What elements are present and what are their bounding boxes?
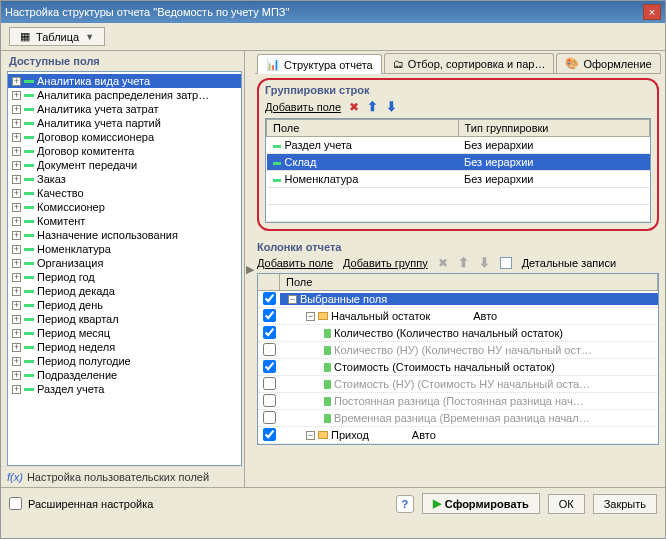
expand-icon[interactable]: +: [12, 133, 21, 142]
close-icon[interactable]: ×: [643, 4, 661, 20]
tree-item[interactable]: +Подразделение: [8, 368, 241, 382]
list-item[interactable]: − Начальный остатокАвто: [258, 308, 658, 325]
table-row[interactable]: НоменклатураБез иерархии: [267, 171, 650, 188]
custom-fields-link[interactable]: f(x) Настройка пользовательских полей: [1, 466, 244, 487]
titlebar: Настройка структуры отчета "Ведомость по…: [1, 1, 665, 23]
tab[interactable]: 📊Структура отчета: [257, 54, 382, 74]
tree-item[interactable]: +Период месяц: [8, 326, 241, 340]
list-item[interactable]: Стоимость (Стоимость начальный остаток): [258, 359, 658, 376]
list-item[interactable]: Количество (Количество приход): [258, 444, 658, 445]
tree-item[interactable]: +Период год: [8, 270, 241, 284]
expand-icon[interactable]: +: [12, 343, 21, 352]
row-checkbox[interactable]: [263, 394, 276, 407]
columns-tree[interactable]: Поле − Выбранные поля− Начальный остаток…: [257, 273, 659, 445]
collapse-icon[interactable]: −: [306, 431, 315, 440]
move-down-icon[interactable]: ⬇: [479, 255, 490, 270]
expand-icon[interactable]: +: [12, 147, 21, 156]
row-checkbox[interactable]: [263, 309, 276, 322]
collapse-icon[interactable]: −: [288, 295, 297, 304]
expand-icon[interactable]: +: [12, 287, 21, 296]
delete-icon[interactable]: ✖: [438, 256, 448, 270]
help-icon[interactable]: ?: [396, 495, 414, 513]
tree-item[interactable]: +Номенклатура: [8, 242, 241, 256]
expand-icon[interactable]: +: [12, 161, 21, 170]
tree-item[interactable]: +Аналитика распределения затр…: [8, 88, 241, 102]
add-field-link[interactable]: Добавить поле: [257, 257, 333, 269]
tree-item[interactable]: +Аналитика учета затрат: [8, 102, 241, 116]
tree-item[interactable]: +Период квартал: [8, 312, 241, 326]
tree-item[interactable]: +Период неделя: [8, 340, 241, 354]
list-item[interactable]: Стоимость (НУ) (Стоимость НУ начальный о…: [258, 376, 658, 393]
list-item[interactable]: Временная разница (Временная разница нач…: [258, 410, 658, 427]
list-item[interactable]: − ПриходАвто: [258, 427, 658, 444]
list-item[interactable]: − Выбранные поля: [258, 291, 658, 308]
row-checkbox[interactable]: [263, 360, 276, 373]
expand-icon[interactable]: +: [12, 175, 21, 184]
expand-icon[interactable]: +: [12, 119, 21, 128]
expand-icon[interactable]: +: [12, 189, 21, 198]
tree-item[interactable]: +Документ передачи: [8, 158, 241, 172]
expand-icon[interactable]: +: [12, 301, 21, 310]
available-fields-tree[interactable]: +Аналитика вида учета+Аналитика распреде…: [7, 71, 242, 466]
row-checkbox[interactable]: [263, 326, 276, 339]
tree-item[interactable]: +Комиссионер: [8, 200, 241, 214]
row-checkbox[interactable]: [263, 411, 276, 424]
expand-icon[interactable]: +: [12, 259, 21, 268]
expand-icon[interactable]: +: [12, 385, 21, 394]
expand-icon[interactable]: +: [12, 231, 21, 240]
expand-icon[interactable]: +: [12, 203, 21, 212]
close-button[interactable]: Закрыть: [593, 494, 657, 514]
tab[interactable]: 🎨Оформление: [556, 53, 660, 73]
expand-icon[interactable]: +: [12, 357, 21, 366]
expand-icon[interactable]: +: [12, 273, 21, 282]
list-item[interactable]: Количество (Количество начальный остаток…: [258, 325, 658, 342]
table-row[interactable]: Раздел учетаБез иерархии: [267, 137, 650, 154]
mode-dropdown[interactable]: ▦ Таблица ▼: [9, 27, 105, 46]
expand-icon[interactable]: +: [12, 77, 21, 86]
ok-button[interactable]: ОК: [548, 494, 585, 514]
tree-item[interactable]: +Качество: [8, 186, 241, 200]
add-field-link[interactable]: Добавить поле: [265, 101, 341, 113]
details-checkbox[interactable]: [500, 257, 512, 269]
move-up-icon[interactable]: ⬆: [367, 99, 378, 114]
tree-item[interactable]: +Период полугодие: [8, 354, 241, 368]
row-checkbox[interactable]: [263, 343, 276, 356]
add-group-link[interactable]: Добавить группу: [343, 257, 428, 269]
row-checkbox[interactable]: [263, 292, 276, 305]
tree-item[interactable]: +Аналитика вида учета: [8, 74, 241, 88]
expand-icon[interactable]: +: [12, 329, 21, 338]
list-item[interactable]: Постоянная разница (Постоянная разница н…: [258, 393, 658, 410]
expand-icon[interactable]: +: [12, 315, 21, 324]
groupings-table[interactable]: Поле Тип группировки Раздел учетаБез иер…: [266, 119, 650, 222]
field-icon: [24, 220, 34, 223]
expand-icon[interactable]: +: [12, 245, 21, 254]
tab[interactable]: 🗂Отбор, сортировка и пар…: [384, 53, 555, 73]
tree-item[interactable]: +Договор комиссионера: [8, 130, 241, 144]
expand-icon[interactable]: +: [12, 371, 21, 380]
expand-icon[interactable]: +: [12, 217, 21, 226]
delete-icon[interactable]: ✖: [349, 100, 359, 114]
row-checkbox[interactable]: [263, 377, 276, 390]
tree-item[interactable]: +Заказ: [8, 172, 241, 186]
row-checkbox[interactable]: [263, 428, 276, 441]
field-icon: [24, 262, 34, 265]
expand-icon[interactable]: +: [12, 91, 21, 100]
tree-item[interactable]: +Раздел учета: [8, 382, 241, 396]
tree-item[interactable]: +Период декада: [8, 284, 241, 298]
splitter[interactable]: ▶: [245, 51, 255, 487]
row-checkbox[interactable]: [263, 445, 276, 446]
tree-item[interactable]: +Аналитика учета партий: [8, 116, 241, 130]
tree-item[interactable]: +Назначение использования: [8, 228, 241, 242]
collapse-icon[interactable]: −: [306, 312, 315, 321]
generate-button[interactable]: ▶ Сформировать: [422, 493, 540, 514]
move-down-icon[interactable]: ⬇: [386, 99, 397, 114]
extended-checkbox[interactable]: [9, 497, 22, 510]
list-item[interactable]: Количество (НУ) (Количество НУ начальный…: [258, 342, 658, 359]
move-up-icon[interactable]: ⬆: [458, 255, 469, 270]
expand-icon[interactable]: +: [12, 105, 21, 114]
tree-item[interactable]: +Организация: [8, 256, 241, 270]
table-row[interactable]: СкладБез иерархии: [267, 154, 650, 171]
tree-item[interactable]: +Договор комитента: [8, 144, 241, 158]
tree-item[interactable]: +Комитент: [8, 214, 241, 228]
tree-item[interactable]: +Период день: [8, 298, 241, 312]
